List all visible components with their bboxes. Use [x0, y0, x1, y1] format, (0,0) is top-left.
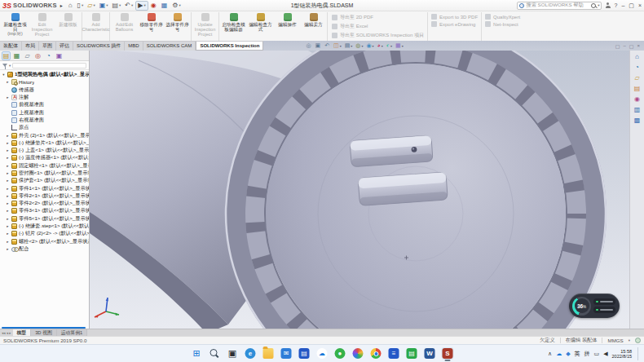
doc-tab-nav-arrows[interactable]: ◂◂ ◂ ▸	[0, 329, 13, 336]
command-tab[interactable]: MBD	[125, 42, 143, 51]
search-button[interactable]	[209, 347, 221, 360]
ribbon-button[interactable]: 编辑卖方	[301, 12, 328, 41]
search-chevron-icon[interactable]: ▾	[598, 3, 599, 7]
dimxpertmanager-tab[interactable]: ◎	[33, 51, 42, 60]
store-icon[interactable]: ▤	[298, 347, 311, 360]
command-tab[interactable]: SOLIDWORKS Inspection	[196, 42, 263, 51]
open-icon[interactable]: ▱ ▾	[86, 2, 96, 10]
apply-scene-icon[interactable]: ◐ ▾	[386, 42, 392, 49]
word-icon[interactable]: W	[424, 347, 436, 360]
propertymanager-tab[interactable]: ▦	[12, 51, 21, 60]
tree-item[interactable]: ▸ 螺栓<2> (默认<<默认>_显示状态-	[0, 238, 89, 245]
tree-item[interactable]: 原点	[0, 124, 89, 131]
tree-item[interactable]: ▸ (-) 上盖<1> (默认<<默认>_显示状	[0, 147, 89, 154]
tree-item[interactable]: ▸ (-) 温度传感器<1> (默认<<默认>_	[0, 154, 89, 161]
show-desktop-button[interactable]	[637, 347, 639, 360]
undo-icon[interactable]: ↶ ▾	[123, 2, 135, 10]
chrome-icon[interactable]	[370, 347, 382, 360]
expand-arrow-icon[interactable]: ▸	[6, 194, 10, 198]
expand-arrow-icon[interactable]: ▸	[6, 148, 10, 152]
help-search-box[interactable]: i 搜索 SOLIDWORKS 帮助 ▾	[517, 2, 602, 10]
filter-input[interactable]	[12, 63, 86, 68]
options-icon[interactable]: ⚙ ▾	[170, 2, 182, 10]
forum-icon[interactable]: ▩	[634, 117, 641, 124]
tree-item[interactable]: 右视基准面	[0, 117, 89, 124]
taskbar-clock[interactable]: 15:58 2022/8/15	[612, 349, 632, 359]
tree-item[interactable]: 传感器	[0, 86, 89, 94]
tree-item[interactable]: ▸ 密封圈<1> (默认<<默认>_显示状态	[0, 170, 89, 177]
doc-close-icon[interactable]: ×	[637, 43, 640, 49]
tree-item[interactable]: ▸ (-) 绝缘套.step<1> (默认<<默认>	[0, 223, 89, 230]
command-tab[interactable]: 布局	[22, 42, 39, 51]
minimize-icon[interactable]: –	[621, 2, 624, 10]
doc-maximize-icon[interactable]: ▢	[629, 43, 634, 49]
view-settings-icon[interactable]: ▦ ▾	[395, 42, 404, 49]
menu-expand-icon[interactable]: ▸	[60, 2, 63, 8]
tree-item[interactable]: ▸ 固定螺栓<1> (默认<<默认>_显示状	[0, 162, 89, 170]
maximize-icon[interactable]: ▢	[629, 2, 634, 10]
home-icon[interactable]: ⌂	[67, 2, 75, 10]
expand-arrow-icon[interactable]: ▸	[6, 217, 10, 221]
recorder-hud[interactable]: 36%	[569, 294, 620, 318]
select-icon[interactable]: ▶ ▾	[135, 1, 148, 11]
start-button[interactable]: ⊞	[191, 347, 203, 360]
document-tab[interactable]: 3D 视图	[31, 329, 57, 336]
doc-restore-icon[interactable]: ▢	[615, 43, 620, 49]
featuremanager-tab[interactable]: ▤	[2, 51, 11, 60]
expand-arrow-icon[interactable]: ▸	[6, 141, 10, 145]
export-menu-item[interactable]: Export eDrawing	[431, 21, 478, 27]
ribbon-button[interactable]: 启动检查模板编辑器	[220, 12, 247, 41]
expand-arrow-icon[interactable]: ▸	[6, 134, 10, 138]
status-tag-icon[interactable]	[635, 338, 641, 343]
tree-item[interactable]: ▸ 零件5<1> (默认<<默认>_显示状态	[0, 215, 89, 223]
expand-arrow-icon[interactable]: ▸	[6, 209, 10, 213]
command-tab[interactable]: 草图	[39, 42, 56, 51]
tree-item[interactable]: ▸ 零件3<1> (默认<<默认>_显示状态	[0, 207, 89, 214]
expand-arrow-icon[interactable]: ▸	[6, 247, 10, 251]
onedrive-tray-icon[interactable]: ☁	[556, 351, 562, 357]
ime-mode-indicator[interactable]: 拼	[584, 351, 590, 357]
expand-arrow-icon[interactable]: ▸	[6, 201, 10, 205]
document-tab[interactable]: 模型	[13, 329, 32, 336]
edit-appearance-icon[interactable]: ◕ ▾	[377, 42, 383, 49]
ribbon-button[interactable]: 编辑操作	[274, 12, 301, 41]
display-style-icon[interactable]: ◍ ▾	[355, 42, 363, 49]
expand-arrow-icon[interactable]: ▸	[6, 95, 10, 99]
doc-minimize-icon[interactable]: –	[623, 43, 625, 49]
help-icon[interactable]: ?	[614, 2, 617, 10]
export-menu-item[interactable]: QualityXpert	[485, 14, 520, 20]
export-menu-item[interactable]: 导出至 Excel	[332, 23, 424, 30]
ribbon-button[interactable]: 新建检查项目 (imp:对)	[2, 12, 29, 41]
ribbon-button[interactable]: 新建模板	[55, 12, 82, 41]
tree-item[interactable]: ▸ (-) 铠片 (2)<2> -> (默认<<默认>_	[0, 230, 89, 237]
command-tab[interactable]: 装配体	[0, 42, 22, 51]
expand-arrow-icon[interactable]: ▸	[6, 224, 10, 228]
zoom-fit-icon[interactable]: ◎	[306, 42, 311, 49]
expand-arrow-icon[interactable]: ▸	[6, 171, 10, 175]
expand-arrow-icon[interactable]: ▾	[2, 73, 6, 77]
ribbon-button[interactable]: Update Inspection Project	[192, 12, 219, 41]
tree-item[interactable]: ▸ History	[0, 78, 89, 86]
hud-toggle-1[interactable]	[593, 298, 615, 305]
graphics-viewport[interactable]: 36%	[90, 51, 629, 329]
configurationmanager-tab[interactable]: ▱	[23, 51, 32, 60]
tree-item[interactable]: ▾ 1型铠装热电偶 (默认<默认>_显示状态-1	[0, 71, 89, 78]
inspection-manager-tab[interactable]: ▣	[55, 51, 64, 60]
sign-in-icon[interactable]	[605, 2, 611, 8]
command-tab[interactable]: 评估	[56, 42, 73, 51]
command-tab[interactable]: SOLIDWORKS 插件	[73, 42, 125, 51]
close-icon[interactable]: ×	[638, 2, 642, 10]
security-shield-icon[interactable]: ◆	[566, 351, 570, 357]
rollback-bar[interactable]	[2, 327, 86, 329]
ribbon-button[interactable]: Add Characteristic	[83, 12, 110, 41]
ribbon-button[interactable]: Edit Inspection Project	[29, 12, 55, 41]
solidworks-resources-icon[interactable]: ⌂	[635, 53, 639, 60]
tree-item[interactable]: ▸ 保护套<1> (默认<<默认>_显示状态	[0, 177, 89, 184]
ime-language-indicator[interactable]: 英	[575, 351, 580, 357]
green-app-icon[interactable]: ●	[334, 347, 346, 360]
expand-arrow-icon[interactable]: ▸	[6, 80, 10, 84]
edge-icon[interactable]: e	[245, 347, 257, 360]
view-palette-icon[interactable]: ▤	[634, 85, 641, 92]
network-icon[interactable]: ▭	[594, 351, 600, 357]
tree-item[interactable]: 上视基准面	[0, 108, 89, 116]
